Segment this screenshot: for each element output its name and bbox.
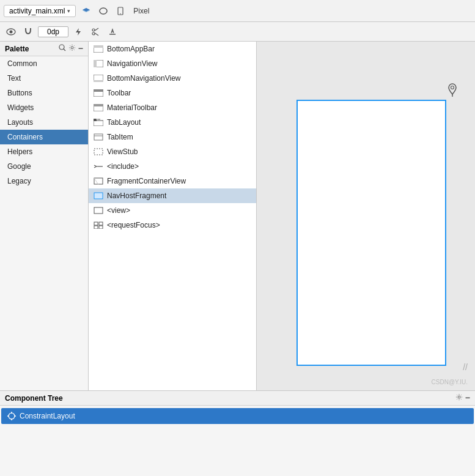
component-request-focus[interactable]: <requestFocus> [89,218,256,232]
svg-point-46 [458,396,460,398]
component-name: MaterialToolbar [107,103,157,112]
component-list: BottomAppBar NavigationView BottomNaviga… [89,42,256,390]
component-tree-title: Component Tree [5,394,455,403]
svg-rect-38 [94,193,103,199]
svg-rect-32 [94,134,103,140]
palette-search-icon[interactable] [59,44,66,53]
palette-item-widgets[interactable]: Widgets [0,100,88,115]
svg-line-17 [64,49,65,51]
palette-item-containers[interactable]: Containers [0,130,88,144]
scissors-icon-btn[interactable] [88,24,103,39]
component-material-toolbar[interactable]: MaterialToolbar [89,100,256,115]
tree-item-constraint-layout[interactable]: ConstraintLayout [1,408,474,424]
component-tree-settings-icon[interactable] [455,393,463,403]
svg-rect-42 [94,226,98,229]
resize-handle[interactable]: // [463,362,468,372]
svg-rect-41 [99,222,103,225]
component-name: FragmentContainerView [107,177,186,185]
constraint-layout-icon [6,411,17,422]
palette-item-layouts[interactable]: Layouts [0,115,88,130]
eye-icon-btn[interactable] [4,24,18,39]
svg-rect-40 [94,222,98,225]
component-navigation-view[interactable]: NavigationView [89,56,256,71]
mask-icon-btn[interactable] [97,4,110,18]
bottom-navigation-view-icon [94,73,103,83]
svg-rect-39 [94,207,103,214]
svg-rect-36 [94,178,103,184]
component-tab-layout[interactable]: TabLayout [89,115,256,130]
svg-rect-34 [94,149,103,155]
palette-settings-icon[interactable] [68,44,76,53]
component-name: NavigationView [107,59,158,68]
svg-rect-28 [94,104,103,106]
palette-title: Palette [5,45,59,53]
palette-item-common[interactable]: Common [0,56,88,71]
component-tab-item[interactable]: TabItem [89,130,256,144]
component-bottom-app-bar[interactable]: BottomAppBar [89,42,256,56]
svg-line-37 [94,178,98,185]
component-toolbar[interactable]: Toolbar [89,86,256,100]
component-tree-header: Component Tree − [0,391,475,406]
view-icon [94,206,103,215]
svg-rect-31 [97,119,100,121]
palette-item-legacy[interactable]: Legacy [0,174,88,188]
main-content: Palette − Common Text Buttons Widgets La… [0,42,475,390]
component-tree-content: ConstraintLayout [0,406,475,476]
component-bottom-navigation-view[interactable]: BottomNavigationView [89,71,256,86]
nav-host-fragment-icon [94,191,103,201]
component-tree-minus-icon[interactable]: − [465,393,470,403]
palette-item-text[interactable]: Text [0,71,88,86]
component-name: Toolbar [107,89,131,97]
component-name: <view> [107,206,130,215]
include-icon [94,162,103,171]
toolbar-left: activity_main.xml ▾ Pixel [4,4,149,18]
component-name: <requestFocus> [107,221,160,229]
svg-point-47 [9,413,15,419]
tree-item-label: ConstraintLayout [20,412,75,420]
component-view[interactable]: <view> [89,203,256,218]
device-frame [296,100,446,366]
component-name: <include> [107,162,139,171]
file-tab-label: activity_main.xml [9,7,65,15]
tab-layout-icon [94,117,103,127]
svg-point-18 [71,46,73,49]
dp-input[interactable]: 0dp [38,26,68,37]
bottom-app-bar-icon [94,44,103,54]
layers-icon-btn[interactable] [79,4,93,18]
svg-point-16 [59,45,64,50]
svg-rect-43 [99,226,103,229]
component-name: BottomNavigationView [107,74,181,83]
svg-point-2 [100,8,107,14]
palette-item-google[interactable]: Google [0,159,88,174]
palette-item-buttons[interactable]: Buttons [0,86,88,100]
component-nav-host-fragment[interactable]: NavHostFragment [89,188,256,203]
file-tab[interactable]: activity_main.xml ▾ [4,5,76,17]
component-include[interactable]: <include> [89,159,256,174]
component-tree-panel: Component Tree − ConstraintLayout [0,390,475,476]
palette-panel: Palette − Common Text Buttons Widgets La… [0,42,89,390]
svg-marker-9 [76,28,81,35]
svg-point-10 [92,29,95,31]
component-view-stub[interactable]: ViewStub [89,144,256,159]
component-name: NavHostFragment [107,192,166,200]
lightning-icon-btn[interactable] [71,24,86,39]
component-fragment-container-view[interactable]: FragmentContainerView [89,174,256,188]
palette-header-icons: − [59,44,83,53]
file-tab-dropdown-icon[interactable]: ▾ [67,8,70,14]
svg-line-13 [95,33,98,35]
request-focus-icon [94,220,103,230]
palette-item-helpers[interactable]: Helpers [0,144,88,159]
palette-minus-icon[interactable]: − [78,44,83,53]
material-toolbar-icon [94,103,103,113]
component-name: TabItem [107,133,133,141]
magnet-icon-btn[interactable] [21,24,35,39]
palette-header: Palette − [0,42,88,56]
svg-marker-0 [83,8,90,12]
baseline-icon-btn[interactable] [105,24,120,39]
svg-point-11 [92,32,95,35]
component-list-panel: BottomAppBar NavigationView BottomNaviga… [89,42,257,390]
pixel-label: Pixel [133,7,149,15]
palette-items-list: Common Text Buttons Widgets Layouts Cont… [0,56,88,390]
component-name: ViewStub [107,147,138,156]
phone-icon-btn[interactable] [114,4,127,18]
